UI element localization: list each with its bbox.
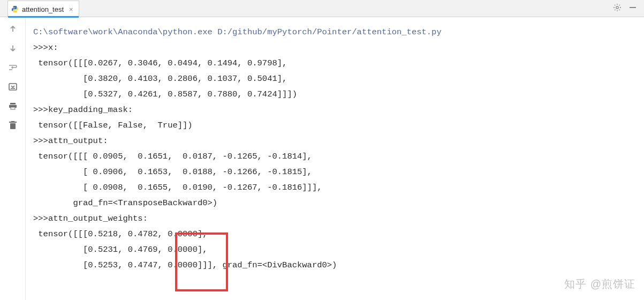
console-line: >>>key_padding_mask:: [33, 102, 640, 118]
tab-attention-test[interactable]: attention_test ×: [7, 1, 79, 17]
watermark: 知乎 @煎饼证: [564, 277, 635, 291]
console-line: >>>attn_output_weights:: [33, 211, 640, 227]
tab-label: attention_test: [22, 5, 64, 13]
console-line: [ 0.0908, 0.1655, 0.0190, -0.1267, -0.18…: [33, 180, 640, 196]
svg-rect-5: [11, 107, 15, 109]
print-icon[interactable]: [7, 101, 18, 111]
console-line: [0.5327, 0.4261, 0.8587, 0.7880, 0.7424]…: [33, 87, 640, 102]
console-line: [ 0.0906, 0.1653, 0.0188, -0.1266, -0.18…: [33, 164, 640, 180]
gear-icon[interactable]: [613, 3, 622, 14]
svg-rect-7: [9, 122, 17, 123]
tab-bar: attention_test ×: [0, 0, 644, 17]
arrow-up-icon[interactable]: [7, 24, 18, 34]
svg-rect-3: [10, 103, 16, 104]
console-line: [0.3820, 0.4103, 0.2806, 0.1037, 0.5041]…: [33, 71, 640, 87]
svg-rect-8: [11, 121, 14, 122]
console-line: tensor([[[0.0267, 0.3046, 0.0494, 0.1494…: [33, 56, 640, 71]
console-line: grad_fn=<TransposeBackward0>): [33, 196, 640, 211]
console-line: C:\software\work\Anaconda\python.exe D:/…: [33, 25, 640, 40]
scroll-to-end-icon[interactable]: [7, 81, 18, 92]
tab-bar-right-controls: [613, 3, 644, 14]
console-line: tensor([[False, False, True]]): [33, 118, 640, 133]
soft-wrap-icon[interactable]: [7, 62, 18, 73]
python-icon: [11, 5, 19, 13]
tab-active-indicator: [8, 16, 79, 18]
console-line: [0.5231, 0.4769, 0.0000],: [33, 242, 640, 258]
console-output[interactable]: C:\software\work\Anaconda\python.exe D:/…: [26, 17, 644, 300]
console-line: [0.5253, 0.4747, 0.0000]]], grad_fn=<Div…: [33, 258, 640, 273]
svg-point-0: [616, 6, 618, 8]
arrow-down-icon[interactable]: [7, 43, 18, 54]
console-line: >>>x:: [33, 40, 640, 56]
console-toolbar: [0, 17, 26, 300]
console-line: tensor([[[ 0.0905, 0.1651, 0.0187, -0.12…: [33, 149, 640, 164]
content-area: C:\software\work\Anaconda\python.exe D:/…: [0, 17, 644, 300]
console-line: >>>attn_output:: [33, 133, 640, 149]
svg-rect-6: [10, 123, 16, 129]
minimize-icon[interactable]: [629, 4, 637, 13]
console-line: tensor([[[0.5218, 0.4782, 0.0000],: [33, 227, 640, 242]
delete-icon[interactable]: [7, 120, 18, 131]
svg-rect-1: [630, 7, 636, 8]
close-icon[interactable]: ×: [69, 5, 73, 13]
